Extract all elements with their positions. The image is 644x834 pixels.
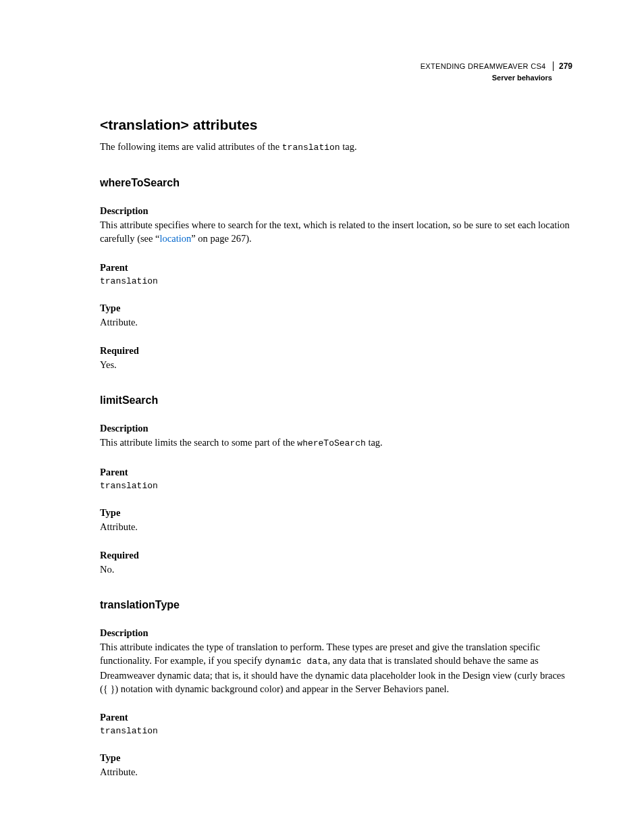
required-label: Required <box>100 550 572 561</box>
type-label: Type <box>100 303 572 314</box>
intro-paragraph: The following items are valid attributes… <box>100 140 572 154</box>
parent-value: translation <box>100 276 572 286</box>
type-value: Attribute. <box>100 315 572 329</box>
description-label: Description <box>100 423 572 434</box>
desc-before: This attribute limits the search to some… <box>100 437 297 448</box>
header-top-row: EXTENDING DREAMWEAVER CS4 279 <box>100 59 572 72</box>
description-text: This attribute indicates the type of tra… <box>100 640 572 696</box>
desc-code: dynamic data <box>265 656 328 667</box>
intro-text-after: tag. <box>340 141 357 152</box>
required-label: Required <box>100 345 572 357</box>
parent-label: Parent <box>100 262 572 273</box>
section-name: Server behaviors <box>100 74 572 82</box>
location-link[interactable]: location <box>160 233 192 244</box>
parent-value: translation <box>100 726 572 736</box>
section-heading-limitsearch: limitSearch <box>100 394 572 407</box>
page-header: EXTENDING DREAMWEAVER CS4 279 Server beh… <box>100 59 572 82</box>
desc-after: tag. <box>366 437 383 448</box>
parent-label: Parent <box>100 467 572 478</box>
type-label: Type <box>100 507 572 519</box>
section-heading-wheretosearch: whereToSearch <box>100 177 572 189</box>
description-text: This attribute limits the search to some… <box>100 436 572 450</box>
type-value: Attribute. <box>100 520 572 533</box>
parent-label: Parent <box>100 712 572 723</box>
description-label: Description <box>100 627 572 639</box>
description-label: Description <box>100 205 572 217</box>
desc-after: ” on page 267). <box>191 233 251 244</box>
page-number: 279 <box>553 61 572 71</box>
document-page: EXTENDING DREAMWEAVER CS4 279 Server beh… <box>0 0 644 779</box>
intro-text-before: The following items are valid attributes… <box>100 141 282 152</box>
type-value: Attribute. <box>100 765 572 779</box>
main-heading: <translation> attributes <box>100 117 572 133</box>
desc-code: whereToSearch <box>297 438 365 448</box>
intro-code: translation <box>282 142 340 153</box>
book-title: EXTENDING DREAMWEAVER CS4 <box>421 62 546 70</box>
required-value: No. <box>100 563 572 576</box>
required-value: Yes. <box>100 358 572 371</box>
section-heading-translationtype: translationType <box>100 599 572 611</box>
description-text: This attribute specifies where to search… <box>100 218 572 246</box>
type-label: Type <box>100 752 572 764</box>
parent-value: translation <box>100 481 572 491</box>
